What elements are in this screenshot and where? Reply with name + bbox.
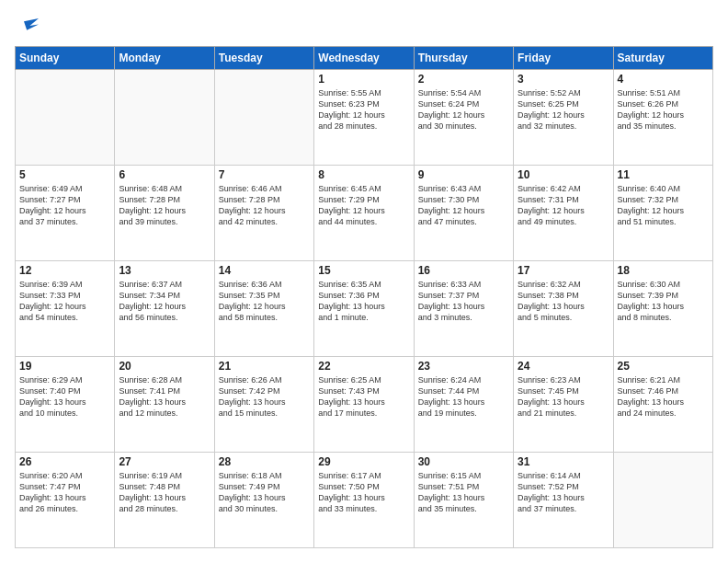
calendar-cell: 23Sunrise: 6:24 AM Sunset: 7:44 PM Dayli… [414,357,513,453]
day-info: Sunrise: 6:29 AM Sunset: 7:40 PM Dayligh… [19,374,110,419]
calendar-cell: 11Sunrise: 6:40 AM Sunset: 7:32 PM Dayli… [613,166,712,261]
day-info: Sunrise: 5:54 AM Sunset: 6:24 PM Dayligh… [418,87,509,132]
day-info: Sunrise: 6:26 AM Sunset: 7:42 PM Dayligh… [219,374,310,419]
header [15,15,713,37]
day-info: Sunrise: 6:40 AM Sunset: 7:32 PM Dayligh… [618,183,709,228]
day-number: 2 [418,73,509,86]
day-info: Sunrise: 6:25 AM Sunset: 7:43 PM Dayligh… [318,374,409,419]
page: SundayMondayTuesdayWednesdayThursdayFrid… [0,0,728,563]
calendar-cell: 28Sunrise: 6:18 AM Sunset: 7:49 PM Dayli… [214,453,313,548]
calendar-cell [214,70,313,166]
day-info: Sunrise: 6:49 AM Sunset: 7:27 PM Dayligh… [19,183,110,228]
day-number: 4 [618,73,709,86]
calendar-cell: 20Sunrise: 6:28 AM Sunset: 7:41 PM Dayli… [115,357,214,453]
day-info: Sunrise: 6:35 AM Sunset: 7:36 PM Dayligh… [318,279,409,324]
calendar-cell: 10Sunrise: 6:42 AM Sunset: 7:31 PM Dayli… [514,166,613,261]
day-number: 25 [618,360,709,373]
logo-text [15,15,39,37]
calendar-cell: 22Sunrise: 6:25 AM Sunset: 7:43 PM Dayli… [314,357,414,453]
day-info: Sunrise: 5:52 AM Sunset: 6:25 PM Dayligh… [518,87,609,132]
calendar-cell [115,70,214,166]
day-number: 12 [19,264,110,277]
day-number: 17 [518,264,609,277]
calendar-cell: 30Sunrise: 6:15 AM Sunset: 7:51 PM Dayli… [414,453,513,548]
day-header-thursday: Thursday [414,47,513,70]
calendar-cell: 19Sunrise: 6:29 AM Sunset: 7:40 PM Dayli… [16,357,115,453]
day-info: Sunrise: 5:55 AM Sunset: 6:23 PM Dayligh… [318,87,409,132]
day-info: Sunrise: 6:28 AM Sunset: 7:41 PM Dayligh… [119,374,210,419]
day-number: 27 [119,455,210,468]
calendar-cell: 17Sunrise: 6:32 AM Sunset: 7:38 PM Dayli… [514,261,613,357]
calendar-cell: 25Sunrise: 6:21 AM Sunset: 7:46 PM Dayli… [613,357,712,453]
calendar-cell: 1Sunrise: 5:55 AM Sunset: 6:23 PM Daylig… [314,70,414,166]
calendar-header-row: SundayMondayTuesdayWednesdayThursdayFrid… [16,47,713,70]
calendar-cell: 21Sunrise: 6:26 AM Sunset: 7:42 PM Dayli… [214,357,313,453]
day-number: 8 [318,168,409,181]
day-number: 31 [518,455,609,468]
day-number: 9 [418,168,509,181]
day-number: 26 [19,455,110,468]
day-info: Sunrise: 5:51 AM Sunset: 6:26 PM Dayligh… [618,87,709,132]
day-info: Sunrise: 6:21 AM Sunset: 7:46 PM Dayligh… [618,374,709,419]
day-number: 18 [618,264,709,277]
calendar-cell: 24Sunrise: 6:23 AM Sunset: 7:45 PM Dayli… [514,357,613,453]
day-number: 7 [219,168,310,181]
day-number: 13 [119,264,210,277]
day-info: Sunrise: 6:19 AM Sunset: 7:48 PM Dayligh… [119,470,210,515]
calendar-cell [16,70,115,166]
day-info: Sunrise: 6:17 AM Sunset: 7:50 PM Dayligh… [318,470,409,515]
day-number: 15 [318,264,409,277]
day-number: 5 [19,168,110,181]
day-info: Sunrise: 6:42 AM Sunset: 7:31 PM Dayligh… [518,183,609,228]
day-info: Sunrise: 6:18 AM Sunset: 7:49 PM Dayligh… [219,470,310,515]
day-info: Sunrise: 6:15 AM Sunset: 7:51 PM Dayligh… [418,470,509,515]
day-number: 22 [318,360,409,373]
day-info: Sunrise: 6:14 AM Sunset: 7:52 PM Dayligh… [518,470,609,515]
calendar-cell: 18Sunrise: 6:30 AM Sunset: 7:39 PM Dayli… [613,261,712,357]
calendar-cell: 14Sunrise: 6:36 AM Sunset: 7:35 PM Dayli… [214,261,313,357]
day-number: 21 [219,360,310,373]
day-number: 20 [119,360,210,373]
calendar-week-2: 5Sunrise: 6:49 AM Sunset: 7:27 PM Daylig… [16,166,713,261]
day-info: Sunrise: 6:39 AM Sunset: 7:33 PM Dayligh… [19,279,110,324]
day-number: 10 [518,168,609,181]
calendar-cell: 3Sunrise: 5:52 AM Sunset: 6:25 PM Daylig… [514,70,613,166]
day-info: Sunrise: 6:36 AM Sunset: 7:35 PM Dayligh… [219,279,310,324]
day-info: Sunrise: 6:32 AM Sunset: 7:38 PM Dayligh… [518,279,609,324]
calendar-week-1: 1Sunrise: 5:55 AM Sunset: 6:23 PM Daylig… [16,70,713,166]
day-header-wednesday: Wednesday [314,47,414,70]
calendar-cell: 2Sunrise: 5:54 AM Sunset: 6:24 PM Daylig… [414,70,513,166]
day-header-friday: Friday [514,47,613,70]
logo-bird-icon [17,15,39,37]
calendar-week-4: 19Sunrise: 6:29 AM Sunset: 7:40 PM Dayli… [16,357,713,453]
calendar-cell: 5Sunrise: 6:49 AM Sunset: 7:27 PM Daylig… [16,166,115,261]
day-info: Sunrise: 6:23 AM Sunset: 7:45 PM Dayligh… [518,374,609,419]
day-info: Sunrise: 6:24 AM Sunset: 7:44 PM Dayligh… [418,374,509,419]
calendar-cell: 6Sunrise: 6:48 AM Sunset: 7:28 PM Daylig… [115,166,214,261]
day-number: 3 [518,73,609,86]
calendar-cell: 12Sunrise: 6:39 AM Sunset: 7:33 PM Dayli… [16,261,115,357]
calendar-cell: 7Sunrise: 6:46 AM Sunset: 7:28 PM Daylig… [214,166,313,261]
logo [15,15,39,37]
day-number: 28 [219,455,310,468]
calendar-cell: 31Sunrise: 6:14 AM Sunset: 7:52 PM Dayli… [514,453,613,548]
calendar-cell: 4Sunrise: 5:51 AM Sunset: 6:26 PM Daylig… [613,70,712,166]
day-header-monday: Monday [115,47,214,70]
day-info: Sunrise: 6:45 AM Sunset: 7:29 PM Dayligh… [318,183,409,228]
day-number: 16 [418,264,509,277]
calendar-cell: 8Sunrise: 6:45 AM Sunset: 7:29 PM Daylig… [314,166,414,261]
calendar-table: SundayMondayTuesdayWednesdayThursdayFrid… [15,46,713,548]
day-number: 19 [19,360,110,373]
calendar-cell: 27Sunrise: 6:19 AM Sunset: 7:48 PM Dayli… [115,453,214,548]
day-info: Sunrise: 6:30 AM Sunset: 7:39 PM Dayligh… [618,279,709,324]
day-info: Sunrise: 6:37 AM Sunset: 7:34 PM Dayligh… [119,279,210,324]
day-header-saturday: Saturday [613,47,712,70]
day-number: 29 [318,455,409,468]
day-info: Sunrise: 6:20 AM Sunset: 7:47 PM Dayligh… [19,470,110,515]
day-number: 23 [418,360,509,373]
calendar-week-5: 26Sunrise: 6:20 AM Sunset: 7:47 PM Dayli… [16,453,713,548]
day-info: Sunrise: 6:33 AM Sunset: 7:37 PM Dayligh… [418,279,509,324]
day-info: Sunrise: 6:48 AM Sunset: 7:28 PM Dayligh… [119,183,210,228]
calendar-cell: 15Sunrise: 6:35 AM Sunset: 7:36 PM Dayli… [314,261,414,357]
calendar-cell [613,453,712,548]
